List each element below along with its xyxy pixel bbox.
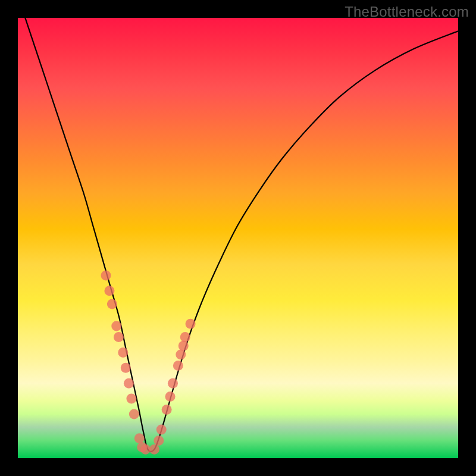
sample-point [178, 341, 189, 351]
bottleneck-curve [18, 18, 458, 452]
sample-point [149, 444, 159, 455]
chart-svg [18, 18, 458, 458]
sample-point [168, 378, 178, 389]
chart-plot-area [18, 18, 458, 458]
sample-point [118, 347, 128, 358]
sample-point [121, 363, 131, 373]
sample-point [156, 424, 167, 434]
sample-point [124, 378, 134, 389]
sample-point [162, 405, 172, 415]
chart-frame: TheBottleneck.com [0, 0, 476, 476]
watermark-text: TheBottleneck.com [345, 4, 469, 20]
sample-point [140, 444, 151, 455]
sample-point [114, 332, 124, 342]
sample-point [154, 436, 164, 446]
sample-point [104, 286, 114, 296]
sample-point [107, 299, 117, 309]
sample-markers [101, 270, 196, 454]
sample-point [173, 361, 183, 371]
sample-point [165, 392, 176, 402]
sample-point [126, 394, 136, 404]
sample-point [176, 350, 186, 360]
sample-point [111, 321, 121, 331]
sample-point [134, 433, 145, 443]
sample-point [186, 319, 196, 329]
sample-point [101, 270, 111, 280]
sample-point [129, 409, 139, 419]
sample-point [180, 332, 190, 342]
